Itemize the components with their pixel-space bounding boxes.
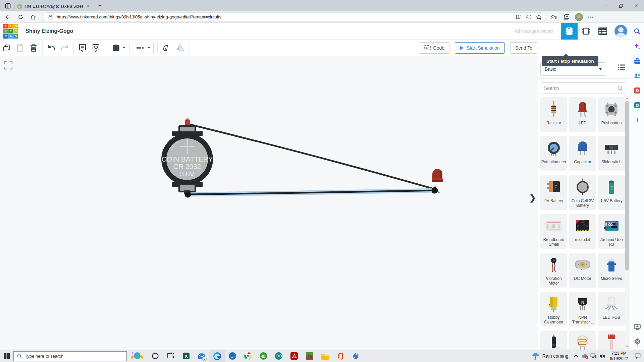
- sb-red-icon[interactable]: [633, 86, 641, 95]
- component-card[interactable]: Hobby Gearmotor: [540, 292, 567, 326]
- component-card[interactable]: Vibration Motor: [540, 253, 567, 288]
- wire-junction-dot[interactable]: [432, 187, 438, 194]
- taskbar-clock[interactable]: 7:23 PM 8/19/2022: [607, 351, 631, 361]
- sb-tools-icon[interactable]: [633, 57, 641, 65]
- toggle-labels-icon[interactable]: [89, 41, 103, 55]
- taskbar-app-mail-icon[interactable]: 2: [194, 350, 209, 362]
- circuit-canvas[interactable]: COIN BATTERY CR 2032 3.0V: [0, 56, 538, 350]
- sb-plus-icon[interactable]: [633, 116, 641, 124]
- component-card[interactable]: DC Motor: [569, 253, 596, 288]
- breadboard-view-button[interactable]: [561, 23, 578, 40]
- user-avatar[interactable]: [614, 25, 627, 38]
- address-bar[interactable]: https://www.tinkercad.com/things/09ls13i…: [43, 12, 546, 21]
- wire-terminal-dot[interactable]: [185, 191, 191, 198]
- component-card[interactable]: Capacitor: [569, 136, 596, 171]
- component-card[interactable]: Micro Servo: [598, 253, 625, 288]
- component-card[interactable]: LED RGB: [598, 292, 625, 326]
- taskbar-app-chrome-icon[interactable]: [240, 350, 256, 362]
- component-card[interactable]: 1.5V1.5V Battery: [598, 175, 625, 210]
- paste-icon[interactable]: [13, 41, 27, 55]
- url-text[interactable]: https://www.tinkercad.com/things/09ls13i…: [57, 14, 512, 19]
- volume-icon[interactable]: [598, 350, 607, 362]
- component-card[interactable]: Arduino Uno R3: [598, 214, 625, 249]
- taskbar-app-file-explorer-icon[interactable]: [317, 350, 333, 362]
- panel-scrollbar[interactable]: ▲ ▼: [625, 96, 630, 349]
- browser-profile-avatar[interactable]: [575, 13, 583, 21]
- start-simulation-button[interactable]: Start Simulation: [455, 42, 505, 54]
- close-window-button[interactable]: [629, 0, 644, 11]
- network-icon[interactable]: [589, 350, 598, 362]
- tinkercad-logo[interactable]: TINKERCAD: [3, 24, 18, 39]
- taskbar-app-green-swirl-icon[interactable]: [256, 350, 271, 362]
- copy-icon[interactable]: [0, 41, 13, 55]
- browser-tab[interactable]: wThe Easiest Way to Take a Screen✕: [14, 1, 94, 11]
- coin-battery[interactable]: COIN BATTERY CR 2032 3.0V: [161, 118, 213, 194]
- taskbar-app-minecraft-icon[interactable]: [302, 350, 317, 362]
- home-icon[interactable]: [28, 12, 38, 22]
- sb-people-icon[interactable]: [633, 72, 641, 80]
- redo-icon[interactable]: [58, 41, 71, 55]
- component-card[interactable]: Potentiometer: [540, 136, 567, 171]
- back-icon[interactable]: [3, 12, 13, 22]
- favorite-star-icon[interactable]: [535, 13, 542, 21]
- notification-center-icon[interactable]: [631, 350, 644, 362]
- sb-sparkle-icon[interactable]: [633, 42, 641, 50]
- refresh-icon[interactable]: [15, 12, 25, 22]
- component-list-view-button[interactable]: [594, 23, 611, 40]
- start-button[interactable]: [0, 350, 13, 362]
- taskbar-weather[interactable]: Rain coming: [528, 352, 572, 360]
- scrollbar-thumb[interactable]: [625, 101, 629, 270]
- wire-style-dropdown[interactable]: [133, 42, 154, 54]
- collections-icon[interactable]: [561, 12, 572, 22]
- onedrive-paused-icon[interactable]: [581, 350, 589, 362]
- taskbar-app-excel-icon[interactable]: X: [178, 350, 194, 362]
- mirror-icon[interactable]: [173, 41, 186, 55]
- new-tab-button[interactable]: +: [96, 1, 104, 10]
- favorites-bar-icon[interactable]: [549, 12, 559, 22]
- component-card[interactable]: LED: [569, 97, 596, 132]
- notes-icon[interactable]: [76, 41, 89, 55]
- hidden-icons-chevron[interactable]: [572, 350, 581, 362]
- read-aloud-icon[interactable]: A: [525, 13, 532, 21]
- scroll-down-icon[interactable]: ▼: [625, 344, 630, 349]
- schematic-view-button[interactable]: [578, 23, 594, 40]
- wire-positive[interactable]: [190, 124, 432, 188]
- component-card[interactable]: Pushbutton: [598, 97, 625, 132]
- sb-teal-icon[interactable]: O: [633, 101, 641, 109]
- taskbar-app-openoffice-icon[interactable]: [225, 350, 240, 362]
- restore-button[interactable]: [613, 0, 629, 11]
- split-screen-icon[interactable]: [515, 13, 522, 21]
- minimize-button[interactable]: [598, 0, 613, 11]
- color-dropdown[interactable]: [109, 42, 129, 54]
- sb-search-icon[interactable]: [633, 27, 641, 36]
- component-card[interactable]: 9V9V Battery: [540, 175, 567, 210]
- component-card[interactable]: micro:bit: [569, 214, 596, 249]
- list-view-icon[interactable]: [618, 64, 625, 70]
- sb-screen-icon[interactable]: [633, 323, 641, 331]
- component-card[interactable]: Resistor: [540, 97, 567, 132]
- component-search-input[interactable]: [544, 85, 618, 91]
- panel-collapse-chevron-icon[interactable]: ❯: [529, 193, 536, 202]
- taskbar-search-field[interactable]: Type here to search: [13, 351, 127, 361]
- taskbar-app-blue-wings-icon[interactable]: [348, 350, 364, 362]
- component-card[interactable]: COIN BATTERYCR 20323.0VCoin Cell 3V Batt…: [569, 175, 596, 210]
- taskbar-app-office-icon[interactable]: [333, 350, 348, 362]
- component-card[interactable]: Slideswitch: [598, 136, 625, 171]
- more-menu-icon[interactable]: [586, 12, 596, 22]
- tab-actions-icon[interactable]: [3, 1, 13, 10]
- component-card[interactable]: NNPN Transistor...: [569, 292, 596, 326]
- send-to-button[interactable]: Send To: [510, 42, 537, 54]
- taskbar-app-acrobat-icon[interactable]: [286, 350, 302, 362]
- sb-gear-icon[interactable]: [633, 338, 641, 346]
- component-card[interactable]: Breadboard Small: [540, 214, 567, 249]
- tab-close-icon[interactable]: ✕: [86, 4, 91, 9]
- taskbar-app-edge-icon[interactable]: [209, 350, 225, 362]
- undo-icon[interactable]: [45, 41, 58, 55]
- zoom-to-fit-icon[interactable]: [3, 60, 13, 70]
- widgets-weather-icon[interactable]: [127, 350, 148, 362]
- code-button[interactable]: </ Code: [419, 42, 449, 54]
- delete-icon[interactable]: [27, 41, 40, 55]
- scroll-up-icon[interactable]: ▲: [625, 96, 630, 101]
- taskbar-app-cortana-icon[interactable]: [148, 350, 163, 362]
- taskbar-app-arduino-app-icon[interactable]: [271, 350, 286, 362]
